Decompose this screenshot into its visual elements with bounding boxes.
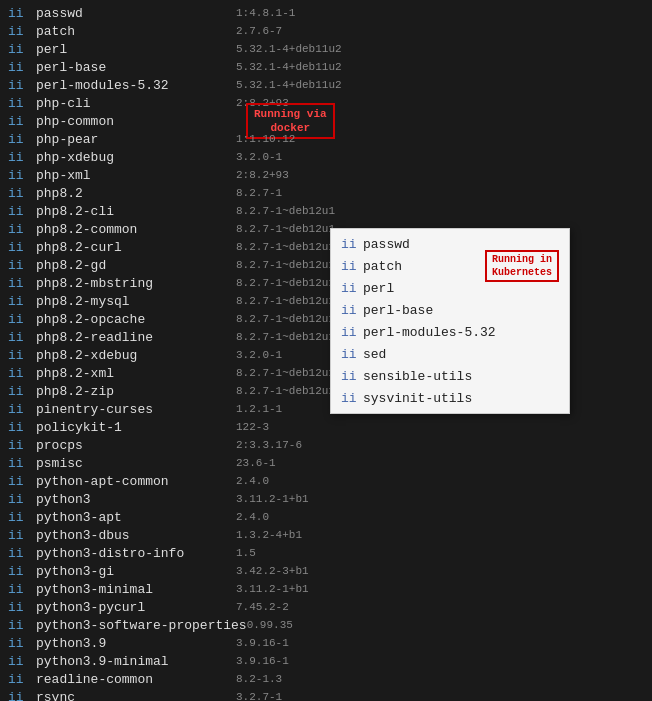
package-name: php8.2-xml [36,366,236,381]
package-status: ii [8,564,28,579]
package-status: ii [8,474,28,489]
dropdown-status: ii [341,325,363,340]
package-name: php8.2-readline [36,330,236,345]
dropdown-status: ii [341,259,363,274]
list-item: iipython3.9-minimal3.9.16-1 [0,652,652,670]
package-status: ii [8,348,28,363]
package-status: ii [8,690,28,702]
package-status: ii [8,150,28,165]
package-status: ii [8,384,28,399]
package-name: php-xml [36,168,236,183]
package-version: 8.2.7-1~deb12u1 [236,385,335,397]
dropdown-package-name: sensible-utils [363,369,559,384]
dropdown-list-item[interactable]: iipatchRunning inKubernetes [331,255,569,277]
package-status: ii [8,240,28,255]
dropdown-list-item[interactable]: iisensible-utils [331,365,569,387]
package-status: ii [8,204,28,219]
list-item: iipython3-apt2.4.0 [0,508,652,526]
dropdown-list-item[interactable]: iised [331,343,569,365]
package-name: readline-common [36,672,236,687]
package-version: 3.9.16-1 [236,655,289,667]
package-status: ii [8,222,28,237]
package-name: php-cli [36,96,236,111]
package-status: ii [8,276,28,291]
dropdown-status: ii [341,391,363,406]
package-version: 3.9.16-1 [236,637,289,649]
package-name: php-pear [36,132,236,147]
package-name: php8.2 [36,186,236,201]
dropdown-package-name: perl-modules-5.32 [363,325,559,340]
package-status: ii [8,654,28,669]
package-version: 8.2.7-1~deb12u1 [236,367,335,379]
list-item: iiperl-base5.32.1-4+deb11u2 [0,58,652,76]
package-version: 8.2.7-1~deb12u1 [236,295,335,307]
package-version: 8.2.7-1~deb12u1 [236,259,335,271]
package-name: procps [36,438,236,453]
list-item: iipython3-minimal3.11.2-1+b1 [0,580,652,598]
package-version: 5.32.1-4+deb11u2 [236,43,342,55]
package-version: 1.3.2-4+b1 [236,529,302,541]
package-status: ii [8,60,28,75]
package-name: python3-pycurl [36,600,236,615]
package-version: 3.11.2-1+b1 [236,583,309,595]
package-version: 8.2.7-1~deb12u1 [236,331,335,343]
package-status: ii [8,96,28,111]
dropdown-status: ii [341,281,363,296]
package-version: 1.5 [236,547,256,559]
package-version: 1:1.10.12 [236,133,295,145]
package-name: passwd [36,6,236,21]
package-status: ii [8,456,28,471]
package-name: php8.2-curl [36,240,236,255]
package-status: ii [8,618,28,633]
list-item: iiprocps2:3.3.17-6 [0,436,652,454]
package-version: 5.32.1-4+deb11u2 [236,79,342,91]
package-name: python-apt-common [36,474,236,489]
package-status: ii [8,546,28,561]
package-name: perl-modules-5.32 [36,78,236,93]
package-name: python3.9-minimal [36,654,236,669]
package-name: patch [36,24,236,39]
package-version: 1.2.1-1 [236,403,282,415]
package-version: 23.6-1 [236,457,276,469]
dropdown-list-item[interactable]: iiperl-base [331,299,569,321]
package-status: ii [8,528,28,543]
dropdown-popup[interactable]: iipasswdiipatchRunning inKubernetesiiper… [330,228,570,414]
list-item: iipasswd1:4.8.1-1 [0,4,652,22]
package-version: 8.2.7-1~deb12u1 [236,241,335,253]
list-item: iipython33.11.2-1+b1 [0,490,652,508]
package-name: php8.2-mysql [36,294,236,309]
list-item: iiphp8.2-cli8.2.7-1~deb12u1 [0,202,652,220]
package-status: ii [8,582,28,597]
list-item: iireadline-common8.2-1.3 [0,670,652,688]
package-name: policykit-1 [36,420,236,435]
package-status: ii [8,492,28,507]
package-status: ii [8,6,28,21]
list-item: iipython3-software-properties0.99.35 [0,616,652,634]
package-status: ii [8,78,28,93]
package-status: ii [8,510,28,525]
list-item: iiperl5.32.1-4+deb11u2 [0,40,652,58]
package-status: ii [8,366,28,381]
package-version: 3.2.0-1 [236,349,282,361]
package-version: 8.2.7-1 [236,187,282,199]
list-item: iiphp-commonRunning viadocker [0,112,652,130]
list-item: iipython3-pycurl7.45.2-2 [0,598,652,616]
dropdown-list-item[interactable]: iisysvinit-utils [331,387,569,409]
package-status: ii [8,438,28,453]
list-item: iiperl-modules-5.325.32.1-4+deb11u2 [0,76,652,94]
dropdown-status: ii [341,347,363,362]
dropdown-list-item[interactable]: iiperl-modules-5.32 [331,321,569,343]
dropdown-list-item[interactable]: iiperl [331,277,569,299]
package-name: python3-minimal [36,582,236,597]
package-status: ii [8,168,28,183]
package-version: 2.4.0 [236,511,269,523]
list-item: iipython3-distro-info1.5 [0,544,652,562]
package-name: php8.2-gd [36,258,236,273]
list-item: iipatch2.7.6-7 [0,22,652,40]
package-version: 1:4.8.1-1 [236,7,295,19]
package-name: php8.2-opcache [36,312,236,327]
package-version: 0.99.35 [247,619,293,631]
package-version: 3.2.0-1 [236,151,282,163]
package-status: ii [8,600,28,615]
package-version: 8.2.7-1~deb12u1 [236,277,335,289]
